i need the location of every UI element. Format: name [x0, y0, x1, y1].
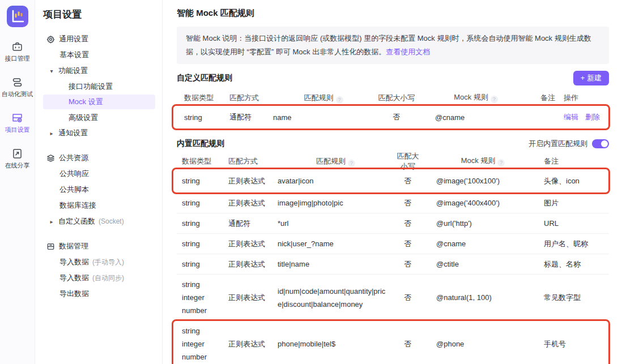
left-icon-rail: 接口管理自动化测试项目设置在线分享: [0, 0, 35, 364]
cell-method: 正则表达式: [228, 198, 278, 208]
sidebar-item-label: Mock 设置: [69, 97, 103, 107]
table-row: string integer number正则表达式id|num|code|am…: [177, 275, 609, 321]
cell-case: 否: [374, 112, 419, 122]
table-header-row: 数据类型匹配方式匹配规则?匹配大小写Mock 规则?备注: [177, 153, 609, 169]
cell-actions: 编辑删除: [561, 112, 609, 122]
cell-method: 正则表达式: [228, 259, 278, 269]
chevron-right-icon: ▸: [49, 130, 54, 136]
column-header-label: 数据类型: [182, 157, 211, 165]
page-title: 智能 Mock 匹配规则: [177, 8, 609, 19]
sidebar-item-label: 功能设置: [58, 66, 88, 76]
column-header-label: 匹配规则: [316, 157, 346, 165]
cell-method: 正则表达式: [228, 293, 278, 303]
sidebar-item-数据管理[interactable]: 数据管理: [43, 238, 155, 254]
cell-method: 正则表达式: [228, 339, 278, 349]
cell-rule: title|name: [278, 258, 394, 271]
sidebar-item-Mock 设置[interactable]: Mock 设置: [43, 95, 155, 109]
sidebar-item-公共脚本[interactable]: 公共脚本: [43, 182, 155, 198]
cell-method: 通配符: [229, 112, 273, 122]
cell-type: string: [182, 217, 228, 230]
rail-item-autotest[interactable]: 自动化测试: [2, 76, 33, 99]
rail-item-project[interactable]: 项目设置: [2, 112, 33, 134]
cell-type: string: [182, 196, 228, 209]
app-logo-chart-icon[interactable]: [7, 6, 28, 27]
builtin-toggle-label: 开启内置匹配规则: [529, 139, 587, 149]
column-header: 匹配规则?: [273, 91, 374, 104]
sidebar-item-通用设置[interactable]: 通用设置: [43, 31, 155, 47]
sidebar-item-label: 自定义函数: [58, 216, 95, 226]
column-header: 备注: [544, 156, 609, 166]
rail-item-api[interactable]: 接口管理: [2, 41, 33, 63]
toolbox-icon: [11, 41, 23, 53]
cell-rule: id|num|code|amount|quantity|price|discou…: [278, 285, 394, 311]
cell-type: string integer number: [182, 278, 228, 317]
sidebar-item-label: 接口功能设置: [69, 82, 113, 92]
sidebar-item-功能设置[interactable]: ▾功能设置: [43, 63, 155, 79]
view-docs-link[interactable]: 查看使用文档: [386, 48, 430, 56]
sidebar-item-高级设置[interactable]: 高级设置: [43, 110, 155, 125]
sidebar-item-suffix: (Socket): [99, 217, 124, 225]
share-doc-icon: [11, 148, 23, 160]
cell-type: string: [182, 258, 228, 271]
sidebar-item-label: 高级设置: [69, 113, 98, 123]
sidebar-item-公共响应[interactable]: 公共响应: [43, 166, 155, 182]
column-header-label: 操作: [564, 93, 578, 103]
sidebar-item-通知设置[interactable]: ▸通知设置: [43, 125, 155, 141]
edit-link[interactable]: 编辑: [564, 112, 578, 122]
column-header-label: Mock 规则: [461, 156, 496, 165]
cell-type: string integer number: [182, 324, 228, 363]
column-header: 匹配方式: [228, 156, 278, 166]
sidebar-item-label: 导出数据: [59, 289, 89, 299]
table-row: string正则表达式image|img|photo|pic否@image('4…: [177, 193, 609, 213]
column-header: 操作: [561, 93, 609, 103]
cell-type: string: [182, 237, 228, 250]
sidebar-item-公共资源[interactable]: 公共资源: [43, 150, 155, 166]
smart-mock-info-box: 智能 Mock 说明：当接口设计的返回响应 (或数据模型) 里的字段未配置 Mo…: [177, 27, 609, 64]
delete-link[interactable]: 删除: [585, 112, 600, 122]
chevron-right-icon: ▸: [49, 219, 54, 225]
column-header-label: 备注: [540, 93, 555, 102]
sidebar-item-数据库连接[interactable]: 数据库连接: [43, 198, 155, 213]
help-icon[interactable]: ?: [497, 159, 505, 166]
sidebar-items: 通用设置基本设置▾功能设置接口功能设置Mock 设置高级设置▸通知设置公共资源公…: [43, 31, 155, 302]
cell-mock: @ctitle: [422, 260, 544, 268]
rail-items: 接口管理自动化测试项目设置在线分享: [2, 27, 33, 170]
help-icon[interactable]: ?: [336, 96, 343, 104]
sidebar-item-label: 公共资源: [59, 153, 88, 163]
builtin-rules-toggle[interactable]: [592, 139, 609, 148]
column-header-label: 匹配方式: [229, 93, 259, 102]
database-icon: [46, 242, 55, 251]
help-icon[interactable]: ?: [491, 96, 498, 103]
cell-rule: avatar|icon: [278, 174, 394, 187]
sidebar-item-label: 导入数据: [59, 273, 89, 283]
cell-note: URL: [544, 219, 609, 228]
help-icon[interactable]: ?: [348, 160, 355, 167]
cell-rule: image|img|photo|pic: [278, 196, 394, 209]
cell-rule: nick|user_?name: [278, 237, 394, 250]
column-header-label: 匹配规则: [304, 93, 334, 102]
sidebar-item-导出数据[interactable]: 导出数据: [43, 286, 155, 302]
sidebar-item-导入数据[interactable]: 导入数据(手动导入): [43, 254, 155, 270]
table-row: string通配符name否@cname编辑删除: [177, 106, 609, 129]
table-row: string正则表达式title|name否@ctitle标题、名称: [177, 254, 609, 275]
cell-rule: phone|mobile|tel$: [278, 337, 394, 350]
cell-mock: @image('100x100'): [422, 177, 544, 185]
column-header: 备注: [532, 93, 561, 103]
column-header-label: 匹配大小写: [378, 93, 415, 102]
builtin-rules-table: 数据类型匹配方式匹配规则?匹配大小写Mock 规则?备注string正则表达式a…: [177, 153, 609, 364]
sidebar-item-自定义函数[interactable]: ▸自定义函数(Socket): [43, 213, 155, 229]
column-header: 匹配规则?: [278, 155, 394, 168]
sidebar-item-基本设置[interactable]: 基本设置: [43, 47, 155, 63]
custom-rules-table: 数据类型匹配方式匹配规则?匹配大小写Mock 规则?备注操作string通配符n…: [177, 90, 609, 129]
column-header: Mock 规则?: [419, 92, 532, 103]
new-rule-button[interactable]: + 新建: [573, 71, 609, 85]
sidebar-item-导入数据[interactable]: 导入数据(自动同步): [43, 270, 155, 286]
table-row: string正则表达式nick|user_?name否@cname用户名、昵称: [177, 234, 609, 254]
sidebar-item-label: 公共脚本: [59, 185, 89, 195]
rail-item-label: 接口管理: [5, 54, 30, 63]
column-header-label: 匹配方式: [228, 157, 258, 165]
sidebar-item-接口功能设置[interactable]: 接口功能设置: [43, 79, 155, 94]
cell-type: string: [182, 174, 228, 187]
column-header: Mock 规则?: [422, 156, 544, 166]
rail-item-share[interactable]: 在线分享: [2, 148, 33, 170]
